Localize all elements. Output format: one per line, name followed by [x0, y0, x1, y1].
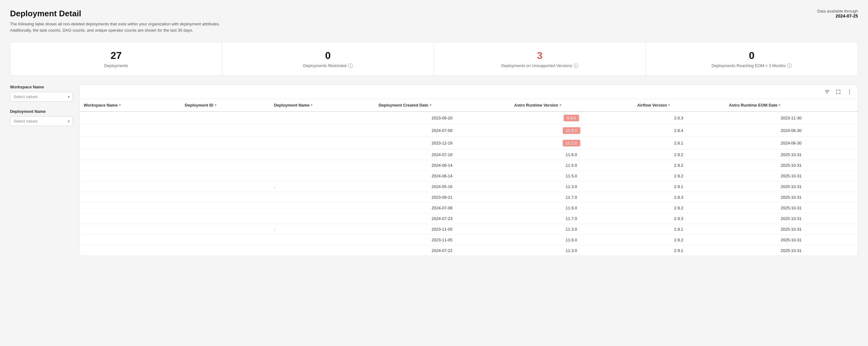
table-cell [80, 125, 181, 137]
stat-unsupported-value: 3 [440, 50, 639, 62]
svg-point-1 [849, 90, 850, 91]
unsupported-info-icon[interactable]: i [574, 63, 578, 68]
table-row: 2024-06-1411.5.02.9.22025-10-31 [80, 171, 858, 181]
stat-deployments-label: Deployments [17, 63, 216, 68]
table-cell: 2024-07-09 [374, 125, 509, 137]
table-header-row: Workspace Name ▾ Deployment ID ▾ [80, 99, 858, 111]
table-cell: . [270, 181, 374, 192]
col-workspace-name[interactable]: Workspace Name ▾ [80, 99, 181, 111]
stats-row: 27 Deployments 0 Deployments Restricted … [10, 42, 858, 76]
table-cell: 11.6.0 [510, 203, 633, 213]
table-cell [181, 160, 270, 171]
col-airflow-version[interactable]: Airflow Version ▾ [633, 99, 724, 111]
table-row: 2024-07-1811.6.02.9.22025-10-31 [80, 149, 858, 160]
table-cell: 11.3.0 [510, 181, 633, 192]
table-cell [80, 213, 181, 224]
table-cell: 2024-07-08 [374, 203, 509, 213]
table-cell: 8.8.0 [510, 111, 633, 125]
table-cell: 2.9.2 [633, 203, 724, 213]
eom-info-icon[interactable]: i [787, 63, 792, 68]
col-deployment-name[interactable]: Deployment Name ▾ [270, 99, 374, 111]
table-cell [270, 125, 374, 137]
table-cell: 2023-11-05 [374, 235, 509, 245]
table-cell: 11.5.0 [510, 160, 633, 171]
col-eom-date[interactable]: Astro Runtime EOM Date ▾ [724, 99, 858, 111]
table-row: .2024-05-1611.3.02.9.12025-10-31 [80, 181, 858, 192]
table-section: Workspace Name ▾ Deployment ID ▾ [79, 84, 858, 256]
table-cell [181, 171, 270, 181]
table-row: 2023-12-1910.2.02.8.12024-06-30 [80, 137, 858, 149]
table-cell: 2.9.3 [633, 192, 724, 203]
table-cell: 10.2.0 [510, 137, 633, 149]
table-cell: 2025-10-31 [724, 192, 858, 203]
sort-icon: ▾ [215, 103, 217, 107]
table-cell: 2025-10-31 [724, 160, 858, 171]
table-row: 2023-06-208.8.02.6.32023-11-30 [80, 111, 858, 125]
data-available: Data available through 2024-07-25 [817, 9, 858, 19]
col-created-date[interactable]: Deployment Created Date ▾ [374, 99, 509, 111]
table-cell [270, 235, 374, 245]
sort-icon: ▾ [430, 103, 432, 107]
table-cell: 2025-10-31 [724, 149, 858, 160]
stat-eom: 0 Deployments Reaching EOM < 3 Months i [646, 42, 858, 75]
table-cell: 2.6.3 [633, 111, 724, 125]
workspace-filter-select[interactable]: Select values [10, 92, 73, 102]
table-cell [181, 111, 270, 125]
sort-icon: ▾ [119, 103, 121, 107]
table-cell [270, 192, 374, 203]
col-runtime-version[interactable]: Astro Runtime Version ▾ [510, 99, 633, 111]
table-cell [80, 149, 181, 160]
table-cell [270, 137, 374, 149]
table-cell: 2025-10-31 [724, 224, 858, 235]
table-cell: 2025-10-31 [724, 245, 858, 256]
table-cell: 2024-06-30 [724, 125, 858, 137]
more-options-icon[interactable] [845, 88, 854, 96]
stat-restricted: 0 Deployments Restricted i [222, 42, 434, 75]
table-cell: 2.8.4 [633, 125, 724, 137]
table-cell: 2024-07-18 [374, 149, 509, 160]
col-deployment-id[interactable]: Deployment ID ▾ [181, 99, 270, 111]
stat-unsupported-label: Deployments on Unsupported Versions i [440, 63, 639, 68]
table-cell: . [270, 224, 374, 235]
filter-icon[interactable] [823, 88, 831, 96]
table-row: 2024-07-0910.9.02.8.42024-06-30 [80, 125, 858, 137]
table-cell: 2.9.1 [633, 245, 724, 256]
stat-restricted-label: Deployments Restricted i [228, 63, 427, 68]
table-cell: 2.8.1 [633, 137, 724, 149]
table-cell: 2.9.1 [633, 181, 724, 192]
stat-eom-label: Deployments Reaching EOM < 3 Months i [652, 63, 851, 68]
table-row: 2024-07-2211.3.02.9.12025-10-31 [80, 245, 858, 256]
deployment-filter-select[interactable]: Select values [10, 116, 73, 126]
runtime-badge: 10.2.0 [563, 140, 580, 146]
table-cell: 2023-11-30 [724, 111, 858, 125]
table-cell [80, 137, 181, 149]
table-wrapper: Workspace Name ▾ Deployment ID ▾ [80, 99, 858, 256]
table-cell: 11.7.0 [510, 213, 633, 224]
table-cell [181, 181, 270, 192]
filter-sidebar: Workspace Name Select values Deployment … [10, 84, 73, 256]
table-cell: 11.3.0 [510, 245, 633, 256]
table-cell [181, 125, 270, 137]
table-cell [270, 111, 374, 125]
table-cell: 2.9.2 [633, 235, 724, 245]
table-cell: 2.9.1 [633, 224, 724, 235]
expand-icon[interactable] [834, 88, 843, 96]
stat-deployments: 27 Deployments [10, 42, 222, 75]
table-toolbar [80, 85, 858, 99]
table-row: 2023-09-2111.7.02.9.32025-10-31 [80, 192, 858, 203]
sort-icon: ▾ [311, 103, 313, 107]
table-cell: 2025-10-31 [724, 213, 858, 224]
table-cell [270, 203, 374, 213]
restricted-info-icon[interactable]: i [348, 63, 353, 68]
table-cell: 2023-12-19 [374, 137, 509, 149]
table-cell: 2.9.2 [633, 160, 724, 171]
table-cell: 2024-06-14 [374, 160, 509, 171]
table-cell [80, 192, 181, 203]
table-cell: 2024-06-14 [374, 171, 509, 181]
runtime-badge: 8.8.0 [564, 115, 579, 121]
table-cell: 2024-05-16 [374, 181, 509, 192]
table-cell: 2024-06-30 [724, 137, 858, 149]
workspace-filter-group: Workspace Name Select values [10, 84, 73, 102]
svg-point-3 [849, 93, 850, 94]
table-row: 2024-07-2311.7.02.9.32025-10-31 [80, 213, 858, 224]
